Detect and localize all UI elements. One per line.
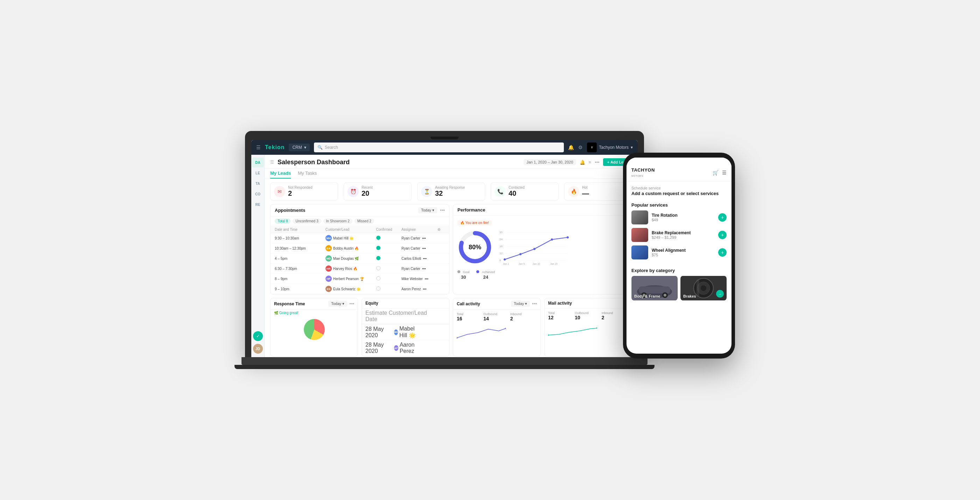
svg-rect-27: [639, 287, 670, 293]
appointments-title: Appointments: [275, 208, 305, 213]
service-price-brake: $249 – $1,299: [652, 235, 715, 239]
svg-point-16: [566, 236, 569, 239]
call-total-label: Total: [457, 312, 484, 316]
service-thumb-tire: [632, 210, 648, 225]
service-price-tire: $49: [652, 218, 715, 222]
table-row: 28 May 2020 AP Aaron Perez: [362, 340, 449, 356]
app-logo: Tekion: [265, 144, 285, 151]
app-body: DA LE TA CO RE ✓ JD: [251, 155, 638, 357]
donut-label: 80%: [469, 244, 481, 251]
appointments-panel: Appointments Today ▾ ••• Total 8 Unconfi…: [270, 204, 449, 295]
recent-label: Recent: [361, 186, 373, 189]
phone-body: TACHYONMOTORS 🛒 ☰ Schedule service Add a…: [623, 153, 735, 358]
app-header: ☰ Tekion CRM ▾ 🔍 Search 🔔 ⚙ T: [251, 140, 638, 155]
table-row: 4 – 5pm MD Mae Douglas 🌿 Carlos Elliott …: [270, 253, 449, 264]
check-icon[interactable]: ✓: [253, 331, 263, 341]
call-activity-today[interactable]: Today ▾: [511, 301, 530, 307]
recent-value: 20: [361, 189, 373, 197]
performance-panel: Performance 🔥 You are on fire!: [453, 204, 632, 295]
schedule-title: Schedule service: [632, 186, 727, 190]
menu-icon[interactable]: ☰: [256, 145, 261, 150]
sidebar-tab-ta[interactable]: TA: [252, 178, 264, 188]
tab-my-leads[interactable]: My Leads: [270, 170, 291, 178]
add-brake-button[interactable]: +: [718, 231, 727, 239]
service-thumb-brake: [632, 228, 648, 242]
svg-point-14: [533, 248, 536, 250]
svg-text:6: 6: [500, 259, 501, 262]
apt-filter-missed[interactable]: Missed 2: [355, 218, 374, 224]
response-time-title: Response Time: [274, 301, 305, 306]
popular-services-section: Popular services Tire Rotation $49 +: [627, 199, 732, 265]
mail-outbound-label: Outbound: [575, 311, 601, 315]
sidebar-tab-da[interactable]: DA: [252, 158, 264, 167]
call-activity-title: Call activity: [457, 301, 480, 306]
apt-filter-total[interactable]: Total 8: [275, 218, 291, 224]
svg-point-35: [701, 285, 706, 291]
appointments-today-btn[interactable]: Today ▾: [418, 207, 437, 213]
service-price-wheel: $75: [652, 253, 715, 257]
svg-text:Jan 15: Jan 15: [550, 263, 558, 265]
search-placeholder: Search: [325, 145, 338, 150]
page-title: Salesperson Dashboard: [278, 159, 350, 166]
svg-text:24: 24: [500, 238, 503, 241]
notification-icon[interactable]: 🔔: [568, 145, 574, 150]
call-total-value: 16: [457, 316, 484, 322]
performance-chart: 30 24 18 12 6: [500, 230, 570, 265]
scene: ☰ Tekion CRM ▾ 🔍 Search 🔔 ⚙ T: [245, 131, 735, 369]
svg-text:Jan 1: Jan 1: [503, 263, 509, 265]
explore-arrow-button[interactable]: →: [716, 290, 724, 298]
not-responded-icon: ✉: [274, 186, 285, 197]
call-activity-more[interactable]: •••: [532, 301, 537, 306]
phone-cart-icon[interactable]: 🛒: [713, 170, 719, 175]
more-icon[interactable]: •••: [595, 160, 600, 165]
laptop-screen: ☰ Tekion CRM ▾ 🔍 Search 🔔 ⚙ T: [251, 140, 638, 357]
category-body-frame[interactable]: Body & Frame: [632, 276, 678, 301]
laptop-body: ☰ Tekion CRM ▾ 🔍 Search 🔔 ⚙ T: [245, 131, 644, 357]
bell-page-icon[interactable]: 🔔: [580, 160, 585, 165]
stat-awaiting-response: ⏳ Awaiting Response 32: [417, 182, 485, 201]
response-time-chart: [304, 319, 325, 340]
awaiting-label: Awaiting Response: [435, 186, 465, 189]
stat-contacted: 📞 Contacted 40: [491, 182, 558, 201]
table-row: 28 May 2020 MH Mabel Hill 🌟: [362, 324, 449, 340]
sidebar-tab-re[interactable]: RE: [252, 199, 264, 209]
achieved-value: 24: [476, 274, 495, 280]
avatar: MH: [394, 330, 398, 335]
search-bar[interactable]: 🔍 Search: [314, 143, 564, 152]
date-range[interactable]: Jan 1, 2020 – Jan 30, 2020: [523, 159, 576, 165]
svg-text:Jan 10: Jan 10: [533, 263, 540, 265]
mail-chart: [545, 323, 632, 343]
call-inbound-value: 2: [510, 316, 537, 322]
phone-content: TACHYONMOTORS 🛒 ☰ Schedule service Add a…: [627, 158, 732, 346]
stats-row: ✉ Not Responded 2 ⏰ Recent 20: [265, 179, 638, 204]
tab-my-tasks[interactable]: My Tasks: [298, 170, 317, 178]
settings-icon[interactable]: ⚙: [578, 145, 583, 150]
add-wheel-button[interactable]: +: [718, 248, 727, 256]
user-avatar-sidebar[interactable]: JD: [253, 344, 263, 354]
response-time-more[interactable]: •••: [349, 301, 354, 306]
svg-text:30: 30: [500, 231, 503, 234]
achieved-label: Achieved: [482, 270, 495, 274]
contacted-label: Contacted: [509, 186, 525, 189]
avatar: ES: [326, 286, 332, 292]
list-icon[interactable]: ≡: [589, 160, 592, 165]
module-selector[interactable]: CRM ▾: [289, 143, 309, 151]
phone-menu-icon[interactable]: ☰: [722, 170, 727, 175]
appointments-more-icon[interactable]: •••: [440, 208, 445, 213]
category-brakes[interactable]: Brakes →: [680, 276, 727, 301]
contacted-icon: 📞: [495, 186, 506, 197]
explore-grid: Body & Frame: [632, 276, 727, 301]
avatar: BA: [326, 245, 332, 252]
apt-filter-inshowroom[interactable]: In Showroom 2: [323, 218, 352, 224]
svg-point-31: [663, 294, 667, 296]
apt-filter-unconfirmed[interactable]: Unconfirmed 3: [293, 218, 321, 224]
table-row: 6:30 – 7:30pm HR Harvey Rios 🔥 Ryan Cart…: [270, 264, 449, 274]
sidebar-tab-le[interactable]: LE: [252, 168, 264, 178]
avatar: MD: [326, 255, 332, 261]
equity-panel: Equity Estimate Date Customer/Lead 28 Ma…: [361, 298, 449, 357]
awaiting-icon: ⏳: [421, 186, 432, 197]
equity-title: Equity: [365, 301, 379, 306]
add-tire-button[interactable]: +: [718, 213, 727, 221]
sidebar-tab-co[interactable]: CO: [252, 189, 264, 199]
response-time-today[interactable]: Today ▾: [328, 301, 347, 307]
